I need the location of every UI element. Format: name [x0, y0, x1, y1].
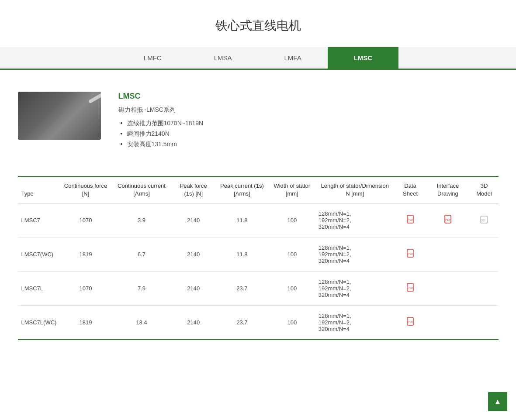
cell-interface-1 — [426, 238, 470, 272]
svg-text:PDF: PDF — [408, 286, 414, 289]
cell-3d-0[interactable]: 3D — [470, 203, 498, 238]
pdf-icon-datasheet[interactable]: PDF — [407, 215, 414, 226]
product-image — [18, 92, 101, 140]
table-section: Type Continuous force [N] Continuous cur… — [18, 176, 499, 340]
cell-peak-current-1: 11.8 — [215, 238, 269, 272]
cell-length-stator-1: 128mm/N=1, 192mm/N=2, 320mm/N=4 — [315, 238, 395, 272]
cell-interface-0[interactable]: PDF — [426, 203, 470, 238]
product-image-container — [18, 92, 105, 150]
svg-text:PDF: PDF — [408, 218, 414, 221]
cable-decoration — [88, 92, 100, 104]
col-header-cont-current: Continuous current [Arms] — [111, 177, 172, 203]
cell-peak-force-1: 2140 — [172, 238, 215, 272]
page-title: 铁心式直线电机 — [0, 0, 516, 47]
feature-2: 瞬间推力2140N — [118, 129, 499, 139]
cell-type-0: LMSC7 — [18, 203, 60, 238]
pdf-icon-interface[interactable]: PDF — [444, 215, 451, 226]
tab-lmfc[interactable]: LMFC — [118, 47, 188, 69]
pdf-icon-datasheet[interactable]: PDF — [407, 249, 414, 260]
product-subtitle: 磁力相抵 -LMSC系列 — [118, 106, 499, 114]
pdf-icon-datasheet[interactable]: PDF — [407, 283, 414, 294]
feature-1: 连续推力范围1070N~1819N — [118, 118, 499, 129]
cell-type-2: LMSC7L — [18, 272, 60, 306]
col-header-length-stator: Length of stator/Dimension N [mm] — [315, 177, 395, 203]
col-header-data-sheet: Data Sheet — [395, 177, 426, 203]
col-header-peak-force: Peak force (1s) [N] — [172, 177, 215, 203]
cell-width-stator-2: 100 — [269, 272, 315, 306]
table-header-row: Type Continuous force [N] Continuous cur… — [18, 177, 499, 203]
svg-text:PDF: PDF — [408, 252, 414, 255]
3d-model-icon[interactable]: 3D — [480, 216, 488, 225]
product-name: LMSC — [118, 92, 499, 101]
col-header-type: Type — [18, 177, 60, 203]
col-header-cont-force: Continuous force [N] — [60, 177, 111, 203]
product-features: 连续推力范围1070N~1819N 瞬间推力2140N 安装高度131.5mm — [118, 118, 499, 150]
pdf-icon-datasheet[interactable]: PDF — [407, 317, 414, 328]
cell-3d-1 — [470, 238, 498, 272]
cell-cont-current-2: 7.9 — [111, 272, 172, 306]
cell-cont-force-2: 1070 — [60, 272, 111, 306]
col-header-interface: Interface Drawing — [426, 177, 470, 203]
tabs-bar: LMFC LMSA LMFA LMSC — [0, 47, 516, 70]
tab-lmsc[interactable]: LMSC — [328, 47, 399, 69]
cell-peak-force-3: 2140 — [172, 306, 215, 340]
cell-cont-force-1: 1819 — [60, 238, 111, 272]
cell-width-stator-0: 100 — [269, 203, 315, 238]
cell-3d-2 — [470, 272, 498, 306]
cell-cont-current-1: 6.7 — [111, 238, 172, 272]
cell-type-1: LMSC7(WC) — [18, 238, 60, 272]
cell-peak-current-3: 23.7 — [215, 306, 269, 340]
svg-text:PDF: PDF — [408, 320, 414, 324]
col-header-3d-model: 3D Model — [470, 177, 498, 203]
cell-interface-2 — [426, 272, 470, 306]
cell-data-sheet-2[interactable]: PDF — [395, 272, 426, 306]
specs-table: Type Continuous force [N] Continuous cur… — [18, 177, 499, 339]
cell-cont-force-0: 1070 — [60, 203, 111, 238]
cell-peak-current-2: 23.7 — [215, 272, 269, 306]
cell-3d-3 — [470, 306, 498, 340]
svg-text:3D: 3D — [481, 219, 485, 222]
cell-length-stator-0: 128mm/N=1, 192mm/N=2, 320mm/N=4 — [315, 203, 395, 238]
table-row: LMSC7L(WC) 1819 13.4 2140 23.7 100 128mm… — [18, 306, 499, 340]
cell-cont-current-0: 3.9 — [111, 203, 172, 238]
tab-lmsa[interactable]: LMSA — [188, 47, 258, 69]
feature-3: 安装高度131.5mm — [118, 139, 499, 150]
cell-peak-current-0: 11.8 — [215, 203, 269, 238]
content-area: LMSC 磁力相抵 -LMSC系列 连续推力范围1070N~1819N 瞬间推力… — [9, 70, 507, 353]
table-row: LMSC7L 1070 7.9 2140 23.7 100 128mm/N=1,… — [18, 272, 499, 306]
cell-peak-force-2: 2140 — [172, 272, 215, 306]
cell-length-stator-2: 128mm/N=1, 192mm/N=2, 320mm/N=4 — [315, 272, 395, 306]
cell-cont-current-3: 13.4 — [111, 306, 172, 340]
cell-peak-force-0: 2140 — [172, 203, 215, 238]
col-header-peak-current: Peak current (1s) [Arms] — [215, 177, 269, 203]
cell-interface-3 — [426, 306, 470, 340]
tab-lmfa[interactable]: LMFA — [258, 47, 328, 69]
cell-width-stator-3: 100 — [269, 306, 315, 340]
svg-text:PDF: PDF — [445, 218, 451, 221]
cell-length-stator-3: 128mm/N=1, 192mm/N=2, 320mm/N=4 — [315, 306, 395, 340]
cell-data-sheet-0[interactable]: PDF — [395, 203, 426, 238]
col-header-width-stator: Width of stator [mm] — [269, 177, 315, 203]
product-info: LMSC 磁力相抵 -LMSC系列 连续推力范围1070N~1819N 瞬间推力… — [118, 92, 499, 150]
cell-type-3: LMSC7L(WC) — [18, 306, 60, 340]
cell-data-sheet-3[interactable]: PDF — [395, 306, 426, 340]
cell-width-stator-1: 100 — [269, 238, 315, 272]
table-row: LMSC7 1070 3.9 2140 11.8 100 128mm/N=1, … — [18, 203, 499, 238]
cell-cont-force-3: 1819 — [60, 306, 111, 340]
product-section: LMSC 磁力相抵 -LMSC系列 连续推力范围1070N~1819N 瞬间推力… — [18, 83, 499, 158]
table-row: LMSC7(WC) 1819 6.7 2140 11.8 100 128mm/N… — [18, 238, 499, 272]
cell-data-sheet-1[interactable]: PDF — [395, 238, 426, 272]
